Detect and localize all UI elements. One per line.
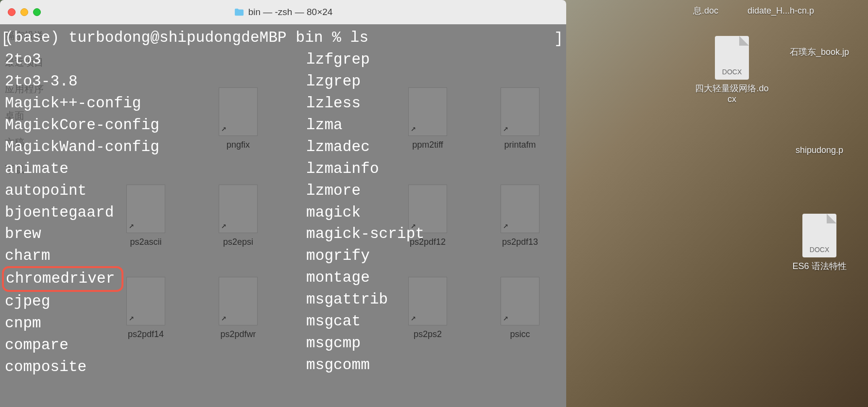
desktop-file-label: didate_H...h-cn.p [747, 6, 814, 16]
prompt-command: ls [350, 29, 368, 46]
ls-item: lzmore [306, 180, 424, 202]
desktop-file[interactable]: 石璞东_book.jp [781, 46, 858, 58]
ls-item: chromedriver [5, 267, 306, 291]
desktop-file-label: 息.doc [693, 5, 718, 17]
ls-item: magick-script [306, 223, 424, 245]
ls-item: 2to3-3.8 [5, 71, 306, 93]
ls-item: cjpeg [5, 291, 306, 313]
left-bracket: [ [1, 28, 10, 50]
prompt-line: (base) turbodong@shipudongdeMBP bin % ls [5, 27, 561, 49]
close-button[interactable] [8, 8, 16, 16]
ls-item: compare [5, 335, 306, 356]
folder-icon [234, 8, 244, 17]
desktop-file-label: shipudong.p [796, 145, 843, 155]
ls-item: mogrify [306, 245, 424, 267]
desktop-file[interactable]: DOCX ES6 语法特性 [781, 214, 858, 272]
ls-item: lzma [306, 115, 424, 136]
ls-item: montage [306, 267, 424, 289]
ls-item: MagickCore-config [5, 115, 306, 136]
titlebar[interactable]: bin — -zsh — 80×24 [0, 0, 566, 24]
prompt-cwd: bin [296, 29, 323, 46]
desktop-file-label: 石璞东_book.jp [790, 46, 849, 58]
docx-icon: DOCX [802, 214, 836, 257]
ls-item: MagickWand-config [5, 136, 306, 158]
ls-item: 2to3 [5, 49, 306, 71]
ls-column-1: 2to32to3-3.8Magick++-configMagickCore-co… [5, 49, 306, 378]
window-title: bin — -zsh — 80×24 [234, 7, 333, 17]
desktop-file[interactable]: 息.doc didate_H...h-cn.p [693, 5, 858, 17]
prompt-symbol: % [332, 29, 341, 46]
file-ext-label: DOCX [802, 246, 836, 254]
ls-item: autopoint [5, 180, 306, 202]
ls-output: 2to32to3-3.8Magick++-configMagickCore-co… [5, 49, 561, 378]
terminal-window[interactable]: bin — -zsh — 80×24 [ ] (base) turbodong@… [0, 0, 566, 407]
ls-item: animate [5, 158, 306, 180]
highlighted-annotation: chromedriver [2, 266, 123, 292]
ls-item: cnpm [5, 313, 306, 335]
prompt-user-host: turbodong@shipudongdeMBP [69, 29, 287, 46]
prompt-prefix: (base) [5, 29, 69, 46]
window-title-text: bin — -zsh — 80×24 [248, 7, 333, 17]
desktop-file[interactable]: DOCX 四大轻量级网络.docx [693, 36, 771, 104]
ls-column-2: lzfgreplzgreplzlesslzmalzmadeclzmainfolz… [306, 49, 424, 378]
ls-item: lzfgrep [306, 49, 424, 71]
ls-item: lzless [306, 93, 424, 115]
desktop-file-label: 四大轻量级网络.docx [693, 83, 771, 104]
minimize-button[interactable] [20, 8, 28, 16]
ls-item: lzmainfo [306, 158, 424, 180]
right-bracket: ] [554, 28, 563, 50]
zoom-button[interactable] [33, 8, 41, 16]
ls-item: msgattrib [306, 289, 424, 311]
ls-item: lzmadec [306, 136, 424, 158]
ls-item: charm [5, 245, 306, 267]
ls-item: composite [5, 356, 306, 378]
ls-item: lzgrep [306, 71, 424, 93]
ls-item: Magick++-config [5, 93, 306, 115]
docx-icon: DOCX [715, 36, 749, 80]
ls-item: msgcat [306, 311, 424, 333]
ls-item: brew [5, 223, 306, 245]
terminal-body[interactable]: [ ] (base) turbodong@shipudongdeMBP bin … [0, 24, 566, 407]
ls-item: bjoentegaard [5, 202, 306, 224]
desktop-file[interactable]: shipudong.p [781, 145, 858, 155]
ls-item: msgcomm [306, 355, 424, 376]
file-ext-label: DOCX [715, 68, 749, 76]
desktop-icons-column: 息.doc didate_H...h-cn.p DOCX 四大轻量级网络.doc… [693, 5, 858, 272]
ls-item: msgcmp [306, 333, 424, 355]
ls-item: magick [306, 202, 424, 224]
traffic-lights [8, 8, 41, 16]
desktop-file-label: ES6 语法特性 [792, 260, 846, 272]
